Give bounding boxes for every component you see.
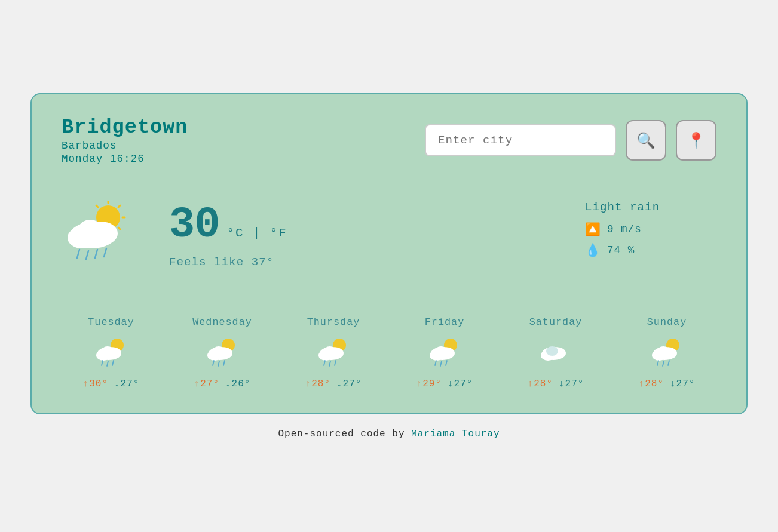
wind-value: 9 m/s xyxy=(607,223,642,235)
forecast-temp-high: ↑28° xyxy=(528,379,553,389)
svg-line-4 xyxy=(118,227,120,229)
weather-card: Bridgetown Barbados Monday 16:26 🔍 📍 xyxy=(30,93,748,414)
forecast-row: Tuesday ↑30° ↓27° Wednesday xyxy=(62,316,716,389)
temperature-section: 30 °C | °F Feels like 37° xyxy=(169,201,287,269)
svg-line-5 xyxy=(96,205,98,207)
svg-line-29 xyxy=(223,361,225,365)
forecast-temps: ↑29° ↓27° xyxy=(416,379,473,389)
forecast-weather-icon xyxy=(316,336,351,370)
forecast-day: Sunday ↑28° ↓27° xyxy=(617,316,716,389)
condition-label: Light rain xyxy=(585,201,716,214)
humidity-row: 💧 74 % xyxy=(585,243,716,258)
svg-line-2 xyxy=(118,205,120,207)
forecast-day-name: Tuesday xyxy=(88,316,134,328)
forecast-temp-high: ↑28° xyxy=(305,379,330,389)
humidity-icon: 💧 xyxy=(585,243,601,258)
wind-icon: 🔼 xyxy=(585,222,601,237)
forecast-day-name: Saturday xyxy=(529,316,583,328)
forecast-temp-high: ↑28° xyxy=(639,379,664,389)
location-button[interactable]: 📍 xyxy=(676,120,716,161)
fahrenheit-unit: °F xyxy=(270,226,287,240)
svg-point-26 xyxy=(213,346,225,356)
svg-line-13 xyxy=(104,248,106,257)
location-pin-icon: 📍 xyxy=(687,131,706,149)
svg-line-27 xyxy=(213,361,214,365)
svg-point-18 xyxy=(102,346,114,356)
footer-static-text: Open-sourced code xyxy=(278,429,385,439)
svg-line-57 xyxy=(668,361,669,365)
svg-line-35 xyxy=(324,361,325,365)
forecast-weather-icon xyxy=(538,336,574,370)
forecast-temp-high: ↑29° xyxy=(416,379,442,389)
city-info: Bridgetown Barbados Monday 16:26 xyxy=(62,116,188,165)
forecast-day: Thursday ↑28° ↓27° xyxy=(284,316,383,389)
forecast-temp-low: ↓27° xyxy=(559,379,584,389)
svg-line-44 xyxy=(440,361,442,366)
search-icon: 🔍 xyxy=(636,131,656,149)
forecast-weather-icon xyxy=(427,336,462,370)
app-container: Bridgetown Barbados Monday 16:26 🔍 📍 xyxy=(30,93,748,439)
svg-point-9 xyxy=(78,220,102,239)
forecast-temp-high: ↑27° xyxy=(194,379,219,389)
header-row: Bridgetown Barbados Monday 16:26 🔍 📍 xyxy=(62,116,716,165)
celsius-unit: °C xyxy=(226,226,244,240)
country-name: Barbados xyxy=(62,140,188,152)
forecast-temps: ↑28° ↓27° xyxy=(639,379,696,389)
forecast-weather-icon xyxy=(93,336,129,370)
forecast-day: Saturday ↑28° ↓27° xyxy=(506,316,605,389)
footer-by: by xyxy=(392,429,411,439)
svg-line-11 xyxy=(86,251,88,259)
svg-line-19 xyxy=(102,361,103,365)
forecast-day-name: Sunday xyxy=(647,316,687,328)
footer: Open-sourced code by Mariama Touray xyxy=(30,429,748,439)
svg-line-21 xyxy=(112,361,114,365)
forecast-day: Friday ↑29° ↓27° xyxy=(395,316,494,389)
svg-line-10 xyxy=(77,250,79,258)
forecast-day-name: Friday xyxy=(425,316,464,328)
forecast-day-name: Wednesday xyxy=(192,316,252,328)
svg-point-54 xyxy=(657,346,669,356)
city-name: Bridgetown xyxy=(62,116,188,139)
forecast-temp-low: ↓27° xyxy=(114,379,139,389)
footer-author: Mariama Touray xyxy=(411,429,500,439)
current-weather-icon xyxy=(62,201,133,260)
search-area: 🔍 📍 xyxy=(425,120,716,161)
forecast-temps: ↑28° ↓27° xyxy=(305,379,362,389)
forecast-weather-icon xyxy=(204,336,240,370)
svg-line-12 xyxy=(95,250,97,258)
svg-line-45 xyxy=(446,361,447,365)
svg-line-43 xyxy=(435,361,436,365)
wind-row: 🔼 9 m/s xyxy=(585,222,716,237)
svg-line-28 xyxy=(218,361,219,366)
svg-line-56 xyxy=(663,361,664,366)
temperature-value: 30 xyxy=(169,201,219,250)
forecast-weather-icon xyxy=(649,336,685,370)
forecast-day-name: Thursday xyxy=(307,316,360,328)
forecast-temps: ↑30° ↓27° xyxy=(83,379,140,389)
conditions-section: Light rain 🔼 9 m/s 💧 74 % xyxy=(585,201,716,258)
svg-line-20 xyxy=(107,361,108,366)
city-search-input[interactable] xyxy=(425,124,616,156)
temp-row: 30 °C | °F xyxy=(169,201,287,250)
forecast-temps: ↑27° ↓26° xyxy=(194,379,251,389)
unit-toggle[interactable]: °C | °F xyxy=(226,226,287,240)
svg-line-36 xyxy=(329,361,330,366)
forecast-temp-low: ↓27° xyxy=(448,379,473,389)
svg-point-42 xyxy=(435,346,447,356)
forecast-temp-low: ↓26° xyxy=(225,379,250,389)
humidity-value: 74 % xyxy=(607,244,635,256)
current-weather-section: 30 °C | °F Feels like 37° Light rain 🔼 9… xyxy=(62,201,716,269)
svg-line-55 xyxy=(657,361,658,365)
datetime: Monday 16:26 xyxy=(62,153,188,165)
forecast-day: Tuesday ↑30° ↓27° xyxy=(62,316,161,389)
forecast-temp-high: ↑30° xyxy=(83,379,108,389)
feels-like: Feels like 37° xyxy=(169,256,287,269)
forecast-day: Wednesday ↑27° ↓26° xyxy=(173,316,272,389)
svg-point-49 xyxy=(546,346,558,356)
forecast-temp-low: ↓27° xyxy=(336,379,362,389)
search-button[interactable]: 🔍 xyxy=(626,120,666,161)
forecast-temp-low: ↓27° xyxy=(670,379,695,389)
unit-divider: | xyxy=(253,226,261,240)
forecast-temps: ↑28° ↓27° xyxy=(528,379,584,389)
svg-point-34 xyxy=(324,346,336,356)
